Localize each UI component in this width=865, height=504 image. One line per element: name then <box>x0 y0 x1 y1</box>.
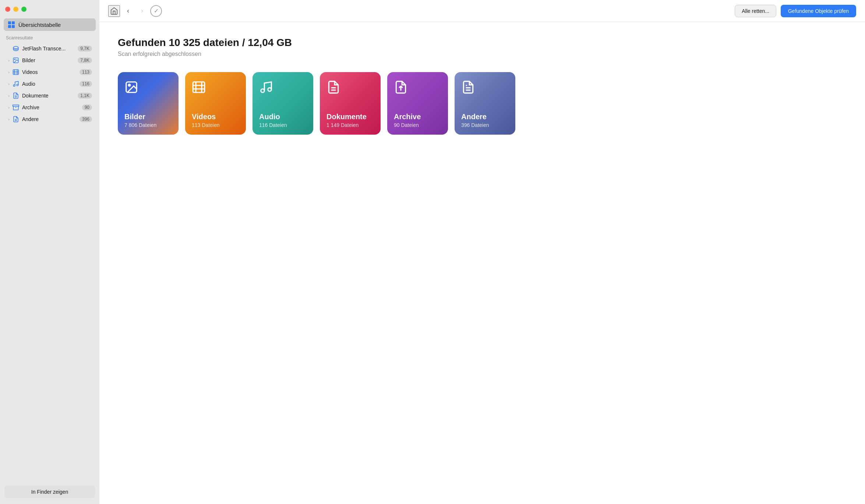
sidebar-item-dokumente[interactable]: › Dokumente 1,1K <box>2 90 97 102</box>
sidebar-audio-badge: 116 <box>80 81 92 87</box>
card-dokumente-name: Dokumente <box>326 113 374 121</box>
forward-button[interactable]: › <box>136 5 148 17</box>
svg-point-2 <box>14 59 15 60</box>
content-area: Gefunden 10 325 dateien / 12,04 GB Scan … <box>99 22 865 504</box>
maximize-button[interactable] <box>21 7 27 12</box>
svg-rect-19 <box>193 82 205 93</box>
home-button[interactable] <box>108 5 120 17</box>
card-andere-icon <box>461 80 509 94</box>
card-dokumente[interactable]: Dokumente 1 149 Dateien <box>320 72 381 135</box>
chevron-icon: › <box>6 57 12 63</box>
traffic-lights <box>5 7 27 12</box>
scanresultate-heading: Scanresultate <box>0 35 99 43</box>
sidebar-videos-label: Videos <box>22 69 80 75</box>
sidebar-bilder-label: Bilder <box>22 57 78 63</box>
card-audio-bottom: Audio 116 Dateien <box>259 113 307 128</box>
sidebar-bottom: In Finder zeigen <box>0 480 99 504</box>
card-bilder-icon <box>124 80 172 94</box>
drive-name: JetFlash Transce... <box>22 46 78 52</box>
svg-rect-13 <box>13 105 19 106</box>
sidebar-item-videos[interactable]: › Videos 113 <box>2 66 97 78</box>
nav-buttons: ‹ › ✓ <box>108 5 162 17</box>
sidebar-andere-label: Andere <box>22 116 80 122</box>
sidebar-audio-label: Audio <box>22 81 80 87</box>
sidebar-item-andere[interactable]: › Andere 396 <box>2 113 97 125</box>
overview-label: Übersichtstabelle <box>18 22 61 28</box>
category-cards: Bilder 7 806 Dateien Videos <box>118 72 847 135</box>
window-title-bar <box>0 0 99 18</box>
card-bilder-bottom: Bilder 7 806 Dateien <box>124 113 172 128</box>
card-archive-name: Archive <box>394 113 441 121</box>
chevron-icon: › <box>6 116 12 122</box>
audio-icon <box>12 80 20 88</box>
sidebar-videos-badge: 113 <box>80 69 92 75</box>
card-videos-name: Videos <box>192 113 239 121</box>
page-subtitle: Scan erfolgreich abgeschlossen <box>118 51 847 57</box>
card-archive-icon <box>394 80 441 94</box>
svg-point-0 <box>13 46 18 49</box>
chevron-icon: › <box>6 81 12 87</box>
drive-badge: 9,7K <box>78 46 92 52</box>
minimize-button[interactable] <box>13 7 18 12</box>
sidebar-item-drive[interactable]: JetFlash Transce... 9,7K <box>2 43 97 54</box>
svg-point-18 <box>128 84 130 86</box>
back-button[interactable]: ‹ <box>122 5 134 17</box>
other-icon <box>12 115 20 123</box>
card-andere-count: 396 Dateien <box>461 122 509 128</box>
card-dokumente-icon <box>326 80 374 94</box>
card-bilder-name: Bilder <box>124 113 172 121</box>
sidebar-dokumente-badge: 1,1K <box>78 93 92 99</box>
grid-icon <box>8 21 15 28</box>
card-andere[interactable]: Andere 396 Dateien <box>455 72 515 135</box>
svg-point-8 <box>13 85 15 86</box>
sidebar-archive-badge: 90 <box>82 104 92 110</box>
sidebar-andere-badge: 396 <box>80 116 92 122</box>
sidebar-item-bilder[interactable]: › Bilder 7,8K <box>2 54 97 66</box>
toolbar: ‹ › ✓ Alle retten... Gefundene Objekte p… <box>99 0 865 22</box>
main-content: ‹ › ✓ Alle retten... Gefundene Objekte p… <box>99 0 865 504</box>
alle-retten-button[interactable]: Alle retten... <box>735 5 776 17</box>
video-icon <box>12 68 20 76</box>
svg-point-9 <box>17 84 18 86</box>
card-audio[interactable]: Audio 116 Dateien <box>253 72 313 135</box>
card-bilder[interactable]: Bilder 7 806 Dateien <box>118 72 179 135</box>
card-archive[interactable]: Archive 90 Dateien <box>387 72 448 135</box>
card-bilder-count: 7 806 Dateien <box>124 122 172 128</box>
card-audio-count: 116 Dateien <box>259 122 307 128</box>
card-audio-name: Audio <box>259 113 307 121</box>
sidebar: Übersichtstabelle Scanresultate JetFlash… <box>0 0 99 504</box>
svg-rect-3 <box>13 70 19 75</box>
card-videos-count: 113 Dateien <box>192 122 239 128</box>
card-audio-icon <box>259 80 307 94</box>
finder-button[interactable]: In Finder zeigen <box>4 486 95 498</box>
card-dokumente-count: 1 149 Dateien <box>326 122 374 128</box>
image-icon <box>12 56 20 64</box>
sidebar-dokumente-label: Dokumente <box>22 93 78 99</box>
chevron-icon: › <box>6 104 12 110</box>
drive-icon <box>12 45 20 53</box>
sidebar-bilder-badge: 7,8K <box>78 57 92 63</box>
svg-point-25 <box>268 88 272 92</box>
chevron-icon: › <box>6 69 12 75</box>
card-videos-bottom: Videos 113 Dateien <box>192 113 239 128</box>
sidebar-archive-label: Archive <box>22 104 82 110</box>
check-icon: ✓ <box>150 5 162 17</box>
card-archive-bottom: Archive 90 Dateien <box>394 113 441 128</box>
archive-icon <box>12 103 20 111</box>
chevron-icon: › <box>6 93 12 99</box>
sidebar-item-audio[interactable]: › Audio 116 <box>2 78 97 90</box>
card-andere-name: Andere <box>461 113 509 121</box>
close-button[interactable] <box>5 7 10 12</box>
card-archive-count: 90 Dateien <box>394 122 441 128</box>
overview-button[interactable]: Übersichtstabelle <box>4 18 96 31</box>
sidebar-item-archive[interactable]: › Archive 90 <box>2 102 97 113</box>
pruefen-button[interactable]: Gefundene Objekte prüfen <box>781 5 856 17</box>
card-videos[interactable]: Videos 113 Dateien <box>185 72 246 135</box>
card-videos-icon <box>192 80 239 94</box>
page-title: Gefunden 10 325 dateien / 12,04 GB <box>118 37 847 49</box>
card-andere-bottom: Andere 396 Dateien <box>461 113 509 128</box>
document-icon <box>12 92 20 100</box>
svg-point-24 <box>261 89 265 93</box>
card-dokumente-bottom: Dokumente 1 149 Dateien <box>326 113 374 128</box>
